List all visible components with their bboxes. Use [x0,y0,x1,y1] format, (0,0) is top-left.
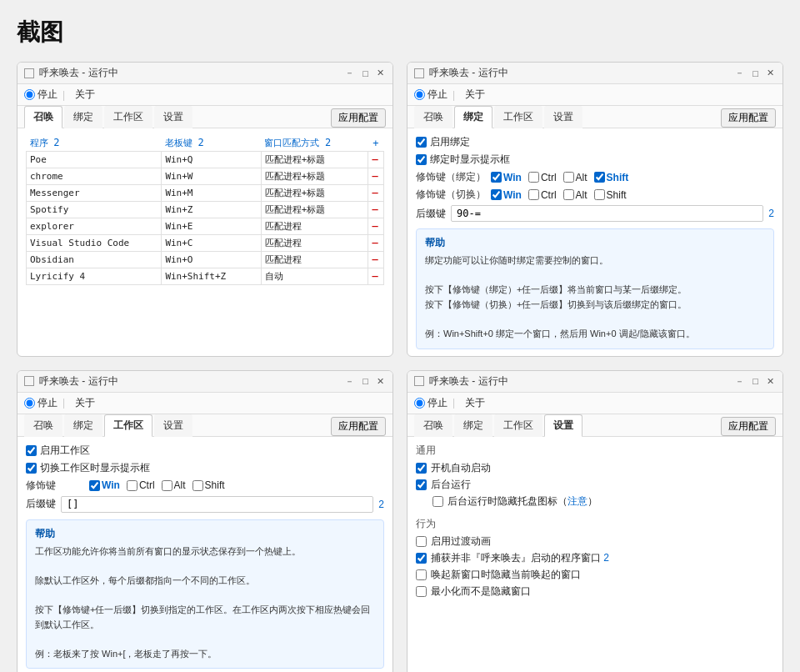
show-hint-checkbox[interactable] [416,154,427,165]
apply-btn-3[interactable]: 应用配置 [331,417,386,436]
minimize-btn-4[interactable]: － [733,375,746,388]
maximize-btn-2[interactable]: □ [751,68,760,78]
ctrl-workspace-check[interactable]: Ctrl [127,479,155,491]
titlebar-title-1: 呼来唤去 - 运行中 [39,66,118,80]
tab-workspace-1[interactable]: 工作区 [104,106,152,128]
alt-bind-check[interactable]: Alt [563,172,588,183]
stop-radio-3[interactable]: 停止 [24,396,58,410]
key-cell: Win+Shift+Z [162,268,261,285]
tab-bind-4[interactable]: 绑定 [454,414,492,437]
auto-start-checkbox[interactable] [416,463,427,474]
alt-switch-check[interactable]: Alt [563,189,588,201]
animation-item: 启用过渡动画 [416,534,774,549]
suffix-link-2[interactable]: 2 [768,208,774,219]
mode-cell: 匹配进程 [261,235,368,252]
remove-btn[interactable]: − [372,219,378,233]
table-row: explorer Win+E 匹配进程 − [27,218,384,235]
win-bind-check[interactable]: Win [491,172,522,183]
table-row: Messenger Win+M 匹配进程+标题 − [27,185,384,202]
close-btn-1[interactable]: ✕ [375,68,386,78]
tab-bind-3[interactable]: 绑定 [64,414,102,437]
auto-start-label: 开机自动启动 [431,461,491,475]
key-cell: Win+M [162,185,261,202]
enable-bind-checkbox[interactable] [416,137,427,148]
tab-summon-3[interactable]: 召唤 [24,414,62,437]
tab-summon-1[interactable]: 召唤 [24,106,62,128]
show-hint-workspace-checkbox[interactable] [26,463,37,474]
prog-cell: Lyricify 4 [27,268,162,285]
window-3: 呼来唤去 - 运行中 － □ ✕ 停止 | 关于 召唤 绑定 工作区 设置 应用… [17,370,393,672]
suffix-row-3: 后缀键 2 [26,496,384,513]
tab-workspace-4[interactable]: 工作区 [494,414,542,437]
stop-radio-4[interactable]: 停止 [414,396,448,410]
remove-btn[interactable]: − [372,186,378,199]
close-btn-4[interactable]: ✕ [765,376,776,387]
ctrl-switch-check[interactable]: Ctrl [528,189,557,201]
win-workspace-check[interactable]: Win [89,479,120,491]
suffix-label-2: 后缀键 [416,207,446,221]
remove-btn[interactable]: − [372,169,378,183]
tray-note-link[interactable]: 注意 [568,495,588,507]
tab-settings-3[interactable]: 设置 [154,414,192,437]
shift-switch-check[interactable]: Shift [594,189,627,201]
tab-summon-2[interactable]: 召唤 [414,106,452,128]
hide-on-new-checkbox[interactable] [416,569,427,580]
suffix-input-3[interactable] [61,496,373,513]
tab-workspace-2[interactable]: 工作区 [494,106,542,128]
hide-tray-item: 后台运行时隐藏托盘图标（注意） [416,494,774,509]
enable-workspace-checkbox[interactable] [26,445,37,456]
minimize-hide-checkbox[interactable] [416,586,427,597]
prog-cell: Obsidian [27,252,162,268]
minimize-btn-3[interactable]: － [343,375,356,388]
tab-settings-1[interactable]: 设置 [154,106,192,128]
suffix-link-3[interactable]: 2 [378,499,384,510]
modifier-switch-row: 修饰键（切换） Win Ctrl Alt Shift [416,188,774,202]
ctrl-bind-check[interactable]: Ctrl [528,172,557,183]
minimize-btn-2[interactable]: － [733,67,746,79]
general-group: 通用 开机自动启动 后台运行 后台运行时隐藏托盘图标（注意） [416,444,774,509]
apply-btn-1[interactable]: 应用配置 [331,108,386,128]
about-menu-2[interactable]: 关于 [460,86,490,103]
stop-radio-2[interactable]: 停止 [414,88,448,102]
animation-checkbox[interactable] [416,536,427,547]
remove-btn[interactable]: − [372,269,378,283]
close-btn-3[interactable]: ✕ [375,376,386,387]
prog-cell: chrome [27,168,162,185]
bg-run-checkbox[interactable] [416,479,427,490]
suffix-input-2[interactable] [451,205,763,222]
remove-btn[interactable]: − [372,203,378,216]
hide-tray-checkbox[interactable] [432,496,443,507]
remove-btn[interactable]: − [372,253,378,266]
remove-btn[interactable]: − [372,153,378,166]
tab-summon-4[interactable]: 召唤 [414,414,452,437]
shift-bind-check[interactable]: Shift [594,172,629,183]
tab-settings-4[interactable]: 设置 [544,414,582,437]
table-row: Poe Win+Q 匹配进程+标题 − [27,152,384,168]
minimize-btn-1[interactable]: － [343,67,356,79]
alt-workspace-check[interactable]: Alt [162,479,186,491]
maximize-btn-1[interactable]: □ [361,68,370,78]
about-menu-3[interactable]: 关于 [70,394,100,412]
shift-workspace-check[interactable]: Shift [192,479,225,491]
show-hint-row: 绑定时显示提示框 [416,153,774,167]
apply-btn-4[interactable]: 应用配置 [721,417,776,436]
tab-bind-1[interactable]: 绑定 [64,106,102,128]
capture-link[interactable]: 2 [603,552,609,564]
maximize-btn-3[interactable]: □ [361,376,370,386]
about-menu-1[interactable]: 关于 [70,86,100,103]
auto-start-item: 开机自动启动 [416,461,774,475]
capture-non-care-checkbox[interactable] [416,553,427,564]
tab-bind-2[interactable]: 绑定 [454,106,492,128]
stop-radio-1[interactable]: 停止 [24,88,58,102]
about-menu-4[interactable]: 关于 [460,394,490,412]
help-box-2: 帮助 绑定功能可以让你随时绑定需要控制的窗口。按下【修饰键（绑定）+任一后缀】将… [416,228,774,349]
close-btn-2[interactable]: ✕ [765,68,776,78]
maximize-btn-4[interactable]: □ [751,376,760,386]
remove-btn[interactable]: − [372,236,378,249]
tab-settings-2[interactable]: 设置 [544,106,582,128]
tab-workspace-3[interactable]: 工作区 [104,414,152,437]
apply-btn-2[interactable]: 应用配置 [721,108,776,128]
win-switch-check[interactable]: Win [491,189,522,201]
modifier-switch-label: 修饰键（切换） [416,188,486,202]
animation-label: 启用过渡动画 [431,534,491,549]
